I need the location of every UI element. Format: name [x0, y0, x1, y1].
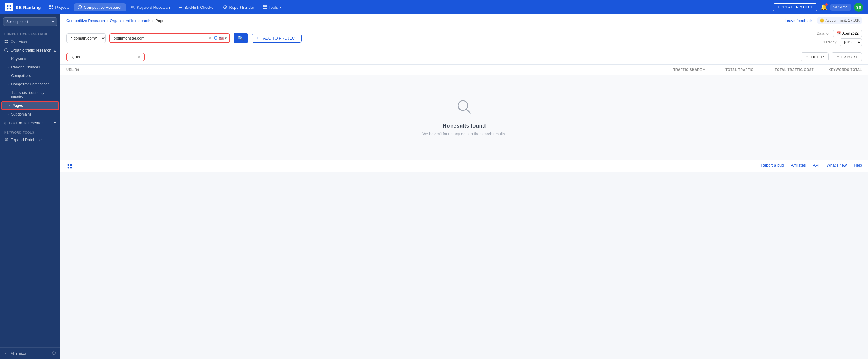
tools-chevron-icon: ▾ — [280, 5, 282, 10]
search-engine-icons: G 🇺🇸 ▾ — [214, 35, 227, 41]
svg-rect-20 — [6, 42, 8, 43]
minimize-button[interactable]: ← Minimize ⓘ — [0, 347, 60, 359]
footer-help[interactable]: Help — [854, 163, 862, 169]
svg-rect-2 — [7, 8, 8, 9]
table-wrapper: URL (0) TRAFFIC SHARE ▾ TOTAL TRAFFIC TO… — [60, 64, 868, 75]
sidebar-item-competitors[interactable]: Competitors — [0, 72, 60, 80]
domain-clear-button[interactable]: ✕ — [209, 36, 212, 40]
paid-traffic-chevron-icon: ▾ — [54, 121, 56, 125]
col-url: URL (0) — [66, 67, 645, 72]
minimize-arrow-icon: ← — [4, 351, 8, 356]
filter-input-wrapper: ✕ — [66, 53, 145, 61]
currency-select[interactable]: $ USD — [840, 38, 862, 46]
nav-report-builder[interactable]: Report Builder — [219, 3, 258, 11]
filter-toolbar: ✕ FILTER EXPORT — [60, 50, 868, 64]
svg-rect-13 — [263, 5, 264, 7]
footer-whats-new[interactable]: What's new — [827, 163, 846, 169]
date-picker-button[interactable]: 📅 April 2022 — [833, 30, 862, 37]
filter-btn-label: FILTER — [811, 55, 824, 59]
add-to-project-button[interactable]: + + ADD TO PROJECT — [252, 34, 302, 43]
col-total-traffic-cost: TOTAL TRAFFIC COST — [753, 67, 814, 72]
col-traffic-share[interactable]: TRAFFIC SHARE ▾ — [645, 67, 705, 72]
svg-rect-5 — [52, 5, 53, 7]
sidebar-item-organic-traffic-research[interactable]: Organic traffic research ▴ — [0, 46, 60, 55]
nav-keyword-research[interactable]: Keyword Research — [127, 3, 174, 11]
svg-rect-15 — [263, 7, 264, 9]
search-button[interactable]: 🔍 — [234, 33, 248, 43]
sidebar-label-paid-traffic: Paid traffic research — [9, 121, 43, 125]
nav-projects[interactable]: Projects — [45, 3, 73, 11]
nav-competitive-research[interactable]: Competitive Research — [74, 3, 126, 11]
table-header: URL (0) TRAFFIC SHARE ▾ TOTAL TRAFFIC TO… — [60, 64, 868, 75]
domain-input[interactable] — [113, 34, 207, 42]
empty-state: No results found We haven't found any da… — [60, 75, 868, 160]
breadcrumb-organic-traffic[interactable]: Organic traffic research — [110, 19, 150, 23]
sidebar-label-keywords: Keywords — [11, 57, 27, 61]
empty-description: We haven't found any data in the search … — [422, 132, 506, 136]
app-logo[interactable]: SE Ranking — [5, 3, 41, 11]
nav-backlink-checker[interactable]: Backlink Checker — [175, 3, 218, 11]
footer-report-bug[interactable]: Report a bug — [761, 163, 784, 169]
content-toolbar: *.domain.com/* ✕ G 🇺🇸 ▾ 🔍 + + ADD TO PRO — [60, 27, 868, 50]
export-button[interactable]: EXPORT — [832, 53, 862, 61]
account-limit-icon: 🪙 — [820, 19, 824, 23]
database-icon — [4, 138, 8, 142]
filter-search-icon — [70, 55, 74, 59]
svg-rect-16 — [265, 7, 267, 9]
sidebar-item-paid-traffic-research[interactable]: $ Paid traffic research ▾ — [0, 118, 60, 127]
footer-affiliates[interactable]: Affiliates — [791, 163, 806, 169]
sidebar-item-traffic-distribution[interactable]: Traffic distribution by country — [0, 88, 60, 101]
select-project-dropdown[interactable]: Select project ▾ — [3, 18, 57, 26]
sidebar-item-expand-database[interactable]: Expand Database — [0, 135, 60, 144]
filter-input[interactable] — [76, 55, 135, 59]
svg-rect-18 — [6, 40, 8, 41]
notifications-button[interactable]: 🔔 — [820, 4, 827, 10]
sidebar-item-competitor-comparison[interactable]: Competitor Comparison — [0, 80, 60, 88]
filter-clear-button[interactable]: ✕ — [137, 55, 141, 59]
domain-pattern-select[interactable]: *.domain.com/* — [67, 34, 105, 43]
empty-search-icon — [456, 99, 472, 118]
account-limit-value: 1 / 10K — [848, 19, 860, 23]
filter-button[interactable]: FILTER — [801, 53, 829, 61]
breadcrumb-sep-1: › — [107, 19, 108, 23]
content-header: Competitive Research › Organic traffic r… — [60, 15, 868, 27]
sidebar-item-ranking-changes[interactable]: Ranking Changes — [0, 63, 60, 72]
sidebar-section-competitive-research: COMPETITIVE RESEARCH — [0, 29, 60, 37]
main-content: Competitive Research › Organic traffic r… — [60, 15, 868, 359]
country-flag-icon: 🇺🇸 — [219, 36, 224, 40]
dollar-icon: $ — [4, 121, 6, 125]
sidebar-item-subdomains[interactable]: Subdomains — [0, 110, 60, 118]
sidebar-item-keywords[interactable]: Keywords — [0, 55, 60, 63]
sidebar-item-pages[interactable]: Pages — [1, 101, 59, 110]
data-controls: Data for: 📅 April 2022 Currency: $ USD — [817, 30, 862, 46]
google-icon: G — [214, 35, 218, 41]
svg-rect-32 — [67, 167, 69, 168]
breadcrumb-sep-2: › — [152, 19, 153, 23]
sidebar-label-organic-traffic: Organic traffic research — [10, 48, 51, 53]
domain-pattern-selector[interactable]: *.domain.com/* — [66, 33, 106, 43]
user-avatar[interactable]: SS — [854, 3, 863, 12]
leave-feedback-link[interactable]: Leave feedback — [785, 19, 812, 23]
footer-api[interactable]: API — [813, 163, 819, 169]
svg-line-29 — [466, 109, 471, 113]
add-to-project-label: + ADD TO PROJECT — [260, 36, 297, 40]
breadcrumb: Competitive Research › Organic traffic r… — [66, 19, 166, 23]
account-limit-display: 🪙 Account limit: 1 / 10K — [817, 18, 862, 24]
svg-rect-30 — [67, 164, 69, 166]
footer-logo-icon — [66, 163, 73, 169]
svg-rect-7 — [52, 7, 53, 9]
nav-tools[interactable]: Tools ▾ — [259, 3, 285, 11]
header-right: Leave feedback 🪙 Account limit: 1 / 10K — [785, 18, 862, 24]
svg-point-21 — [4, 49, 8, 52]
notification-badge — [825, 3, 828, 6]
currency-label: Currency: — [822, 40, 837, 44]
sidebar-item-overview[interactable]: Overview — [0, 37, 60, 46]
svg-point-22 — [5, 138, 8, 139]
breadcrumb-pages: Pages — [155, 19, 166, 23]
breadcrumb-competitive-research[interactable]: Competitive Research — [66, 19, 105, 23]
create-project-button[interactable]: + CREATE PROJECT — [773, 3, 817, 11]
date-value: April 2022 — [842, 31, 859, 36]
overview-icon — [4, 39, 8, 44]
svg-line-24 — [73, 57, 74, 58]
engine-dropdown-chevron[interactable]: ▾ — [225, 36, 227, 40]
